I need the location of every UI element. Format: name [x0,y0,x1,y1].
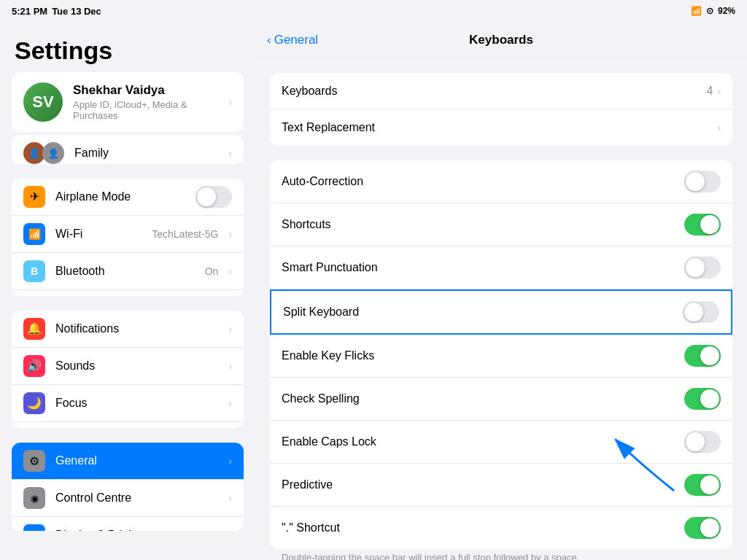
airplane-label: Airplane Mode [55,190,185,203]
wifi-icon: 📶 [23,223,45,245]
right-content: Keyboards 4 › Text Replacement › Auto-Co… [255,58,747,560]
bluetooth-value: On [205,265,219,277]
status-bar: 5:21 PM Tue 13 Dec 📶 ⊙ 92% [0,0,747,22]
bluetooth-label: Bluetooth [55,265,195,278]
bluetooth-icon: B [23,260,45,282]
wifi-icon: 📶 [691,6,702,16]
profile-name: Shekhar Vaidya [73,83,218,98]
shortcuts-row[interactable]: Shortcuts [270,203,732,246]
right-panel: ‹ General Keyboards Keyboards 4 › Text R… [255,22,747,560]
profile-subtitle: Apple ID, iCloud+, Media & Purchases [73,99,218,121]
sidebar-item-airplane[interactable]: ✈ Airplane Mode [12,179,244,216]
controlcentre-icon: ◉ [23,487,45,509]
sidebar-item-bluetooth[interactable]: B Bluetooth On › [12,253,244,290]
notifications-icon: 🔔 [23,318,45,340]
profile-chevron: › [228,96,232,108]
family-label: Family [74,147,218,160]
family-avatar-2: 👤 [42,142,64,164]
wifi-label: Wi-Fi [55,228,142,241]
sidebar-item-wifi[interactable]: 📶 Wi-Fi TechLatest-5G › [12,216,244,253]
battery-percent: 92% [718,6,735,16]
back-label: General [274,33,318,47]
smartpunctuation-toggle[interactable] [684,257,721,279]
focus-icon: 🌙 [23,392,45,414]
keyboards-group: Keyboards 4 › Text Replacement › [270,73,732,146]
date: Tue 13 Dec [52,6,101,17]
autocorrection-label: Auto-Correction [282,175,684,188]
smartpunctuation-label: Smart Punctuation [282,261,684,274]
airplane-toggle[interactable] [196,186,232,208]
sidebar-item-displaybrightness[interactable]: ☀ Display & Brightness › [12,517,244,531]
shortcut-hint: Double-tapping the space bar will insert… [270,549,732,560]
controlcentre-label: Control Centre [55,491,218,505]
smartpunctuation-row[interactable]: Smart Punctuation [270,246,732,289]
keyboards-chevron: › [717,85,721,97]
predictive-label: Predictive [282,478,684,491]
textreplacement-chevron: › [717,122,721,133]
time: 5:21 PM [12,6,47,17]
checkspelling-row[interactable]: Check Spelling [270,378,732,421]
autocorrection-toggle[interactable] [684,171,721,192]
enablecapslock-row[interactable]: Enable Caps Lock [270,421,732,464]
right-title: Keyboards [469,33,533,47]
shortcut-row[interactable]: "." Shortcut [270,507,732,549]
shortcut-toggle[interactable] [684,517,721,539]
sidebar-item-vpn[interactable]: VPN VPN Not Connected › [12,290,244,296]
keyboards-row[interactable]: Keyboards 4 › [270,73,732,109]
displaybrightness-icon: ☀ [23,524,45,531]
avatar: SV [23,82,63,122]
family-chevron: › [228,147,232,159]
profile-card[interactable]: SV Shekhar Vaidya Apple ID, iCloud+, Med… [12,72,244,132]
sounds-icon: 🔊 [23,355,45,377]
splitkeyboard-toggle[interactable] [683,301,719,323]
predictive-row[interactable]: Predictive [270,464,732,507]
textreplacement-label: Text Replacement [282,121,717,134]
sidebar-title: Settings [0,22,255,72]
keyboards-value: 4 [706,85,713,98]
focus-label: Focus [55,397,218,410]
right-header: ‹ General Keyboards [255,22,747,58]
enablekeyflicks-toggle[interactable] [684,345,721,367]
sounds-label: Sounds [55,359,218,373]
enablekeyflicks-row[interactable]: Enable Key Flicks [270,335,732,378]
back-chevron: ‹ [267,33,271,47]
general-icon: ⚙ [23,450,45,472]
battery-icon: ⊙ [706,6,713,16]
back-button[interactable]: ‹ General [267,33,318,47]
shortcut-label: "." Shortcut [282,521,684,534]
toggles-group: Auto-Correction Shortcuts Smart Punctuat… [270,160,732,549]
shortcuts-label: Shortcuts [282,218,684,231]
keyboards-label: Keyboards [282,85,706,98]
family-group: 👤 👤 Family › [12,135,244,164]
sidebar-item-controlcentre[interactable]: ◉ Control Centre › [12,480,244,517]
predictive-toggle[interactable] [684,474,721,496]
splitkeyboard-row[interactable]: Split Keyboard [270,289,732,335]
general-label: General [55,454,218,467]
autocorrection-row[interactable]: Auto-Correction [270,160,732,203]
airplane-icon: ✈ [23,186,45,208]
family-row[interactable]: 👤 👤 Family › [12,135,244,164]
sidebar-item-general[interactable]: ⚙ General › [12,443,244,480]
sidebar-item-focus[interactable]: 🌙 Focus › [12,385,244,422]
sidebar-item-screentime[interactable]: ⌛ Screen Time › [12,422,244,428]
enablekeyflicks-label: Enable Key Flicks [282,349,684,362]
toggle-thumb [197,187,216,206]
wifi-value: TechLatest-5G [152,228,218,240]
sidebar-item-notifications[interactable]: 🔔 Notifications › [12,311,244,348]
enablecapslock-toggle[interactable] [684,431,721,453]
splitkeyboard-label: Split Keyboard [283,306,683,319]
general-group: ⚙ General › ◉ Control Centre › ☀ Display… [12,443,244,531]
checkspelling-label: Check Spelling [282,392,684,405]
notifications-label: Notifications [55,322,218,335]
notifications-group: 🔔 Notifications › 🔊 Sounds › 🌙 Focus › ⌛… [12,311,244,428]
enablecapslock-label: Enable Caps Lock [282,435,684,448]
sidebar: Settings SV Shekhar Vaidya Apple ID, iCl… [0,22,255,560]
displaybrightness-label: Display & Brightness [55,529,218,531]
checkspelling-toggle[interactable] [684,388,721,410]
textreplacement-row[interactable]: Text Replacement › [270,109,732,146]
sidebar-item-sounds[interactable]: 🔊 Sounds › [12,348,244,385]
connectivity-group: ✈ Airplane Mode 📶 Wi-Fi TechLatest-5G › … [12,179,244,296]
shortcuts-toggle[interactable] [684,214,721,236]
